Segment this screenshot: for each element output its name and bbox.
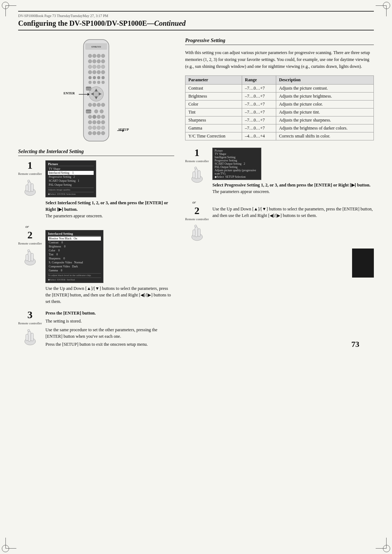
screen-item-interlaced: Interlaced Setting 1	[48, 171, 94, 175]
step2-screen-item-gamma: Gamma 0	[48, 268, 101, 272]
step2-remote-label: Remote controller	[18, 242, 42, 246]
screen-item-progressive: Progressive Setting 2	[48, 175, 94, 179]
svg-point-10	[101, 54, 105, 58]
parameter-table: Parameter Range Description Contrast–7…0…	[185, 75, 374, 140]
svg-point-9	[97, 54, 101, 58]
interlaced-step3: 3 Remote controller Press the [ENTER] bu…	[18, 310, 174, 348]
enter-label: ENTER	[64, 91, 75, 95]
table-cell-2: Corrects small shifts in color.	[276, 132, 373, 140]
table-cell-0: Gamma	[185, 124, 242, 132]
step1-hand-icon	[23, 178, 37, 196]
svg-point-41	[97, 103, 101, 107]
prog-screen-scart: SCART Output Setting 2	[215, 162, 259, 165]
step1-instruction: Select Interlaced Setting 1, 2, or 3, an…	[45, 200, 174, 213]
table-cell-0: Brightness	[185, 92, 242, 100]
step2-screen-item-sharpness: Sharpness 0	[48, 257, 101, 260]
step2-screen: Interlaced Setting Monitor Non Black On …	[45, 230, 103, 283]
svg-point-22	[101, 70, 105, 74]
svg-marker-1	[87, 93, 90, 96]
svg-point-32	[93, 91, 99, 97]
header-meta: DV-SP1000Book Page 73 ThursdayTuesdayMay…	[18, 14, 374, 18]
corner-mark-br	[376, 538, 387, 549]
step2-content: Interlaced Setting Monitor Non Black On …	[45, 230, 174, 305]
interlaced-step1: 1 Remote controller Picture	[18, 160, 174, 219]
interlaced-heading: Selecting the Interlaced Setting	[18, 149, 174, 156]
svg-point-16	[93, 65, 96, 69]
svg-text:ONKYO: ONKYO	[91, 45, 101, 48]
svg-point-82	[195, 167, 197, 169]
prog-step2-remote-label: Remote controller	[185, 217, 209, 221]
prog-screen-tvshape: TV Shape	[215, 152, 259, 156]
table-cell-1: –7…0…+7	[242, 84, 276, 92]
table-cell-2: Adjusts the picture sharpness.	[276, 116, 373, 124]
remote-illustration-area: ENTER SETUP	[18, 38, 174, 143]
table-cell-0: Tint	[185, 108, 242, 116]
svg-point-46	[100, 110, 103, 113]
right-column: Progressive Setting With this setting yo…	[185, 38, 374, 353]
svg-point-42	[101, 103, 105, 107]
svg-point-49	[97, 115, 101, 119]
svg-rect-76	[26, 334, 28, 341]
svg-point-15	[88, 65, 92, 69]
svg-rect-75	[31, 333, 33, 341]
table-cell-1: –7…0…+7	[242, 124, 276, 132]
page-title: Configuring the DV-SP1000/DV-SP1000E—Con…	[18, 19, 374, 30]
screen-title-1: Picture	[48, 162, 94, 166]
svg-point-11	[88, 59, 92, 63]
svg-point-51	[88, 120, 92, 124]
svg-point-48	[93, 115, 96, 119]
step2-hand-icon	[23, 248, 37, 266]
svg-point-54	[101, 120, 105, 124]
remote-svg: ONKYO	[78, 38, 114, 143]
table-header-parameter: Parameter	[185, 75, 242, 84]
prog-step2-number: 2	[195, 206, 200, 216]
svg-point-24	[93, 76, 96, 79]
step1-screen: Picture TV Shape Interlaced Setting 1 Pr…	[45, 160, 96, 197]
svg-point-25	[97, 76, 100, 79]
table-row: Brightness–7…0…+7Adjusts the picture bri…	[185, 92, 374, 100]
progressive-heading: Progressive Setting	[185, 38, 374, 45]
step2-screen-footer2: ◆Select ENTER Set/End	[48, 278, 101, 281]
svg-text:SETUP: SETUP	[86, 111, 91, 113]
step3-sub1: The setting is stored.	[45, 318, 174, 324]
svg-point-58	[101, 126, 105, 130]
interlaced-step2: 2 Remote controller Interlaced Setting M…	[18, 230, 174, 305]
prog-step1-remote-label: Remote controller	[185, 159, 209, 163]
svg-point-14	[101, 59, 105, 63]
svg-point-8	[93, 54, 96, 58]
prog-screen-footer1: Adjusts picture quality (progressive sca…	[215, 169, 259, 175]
prog-step1-screen: Picture TV Shape Intelligent Setting Pro…	[212, 148, 261, 180]
svg-rect-85	[198, 229, 200, 237]
step2-screen-title: Interlaced Setting	[48, 232, 101, 236]
screen-item-tvshape: TV Shape	[48, 167, 94, 171]
screen-item-scart: SCART Output Setting 1	[48, 179, 94, 183]
svg-point-77	[28, 329, 30, 332]
step2-screen-item-monblk: Monitor Non Black On	[48, 237, 101, 241]
table-cell-0: Color	[185, 100, 242, 108]
page-title-italic: —Continued	[147, 19, 186, 27]
prog-step2-hand-icon	[190, 223, 204, 241]
svg-point-72	[28, 250, 30, 252]
svg-point-59	[88, 131, 92, 135]
table-cell-1: –4…0…+4	[242, 132, 276, 140]
table-row: Color–7…0…+7Adjusts the picture color.	[185, 100, 374, 108]
prog-step2-content: Use the Up and Down [▲]/[▼] buttons to s…	[212, 206, 374, 219]
svg-point-60	[93, 131, 96, 135]
table-cell-1: –7…0…+7	[242, 108, 276, 116]
table-cell-2: Adjusts the picture tint.	[276, 108, 373, 116]
page-number: 73	[351, 340, 359, 349]
setup-arrow	[117, 128, 124, 133]
svg-point-53	[97, 120, 101, 124]
svg-rect-65	[31, 184, 33, 192]
prog-step1-content: Picture TV Shape Intelligent Setting Pro…	[212, 148, 374, 195]
svg-point-30	[102, 81, 105, 84]
svg-point-62	[101, 131, 105, 135]
table-row: Y/C Time Correction–4…0…+4Corrects small…	[185, 132, 374, 140]
svg-point-18	[101, 65, 105, 69]
step1-sub: The parameters appear onscreen.	[45, 213, 174, 219]
table-cell-2: Adjusts the picture contrast.	[276, 84, 373, 92]
svg-point-50	[101, 115, 105, 119]
screen-footer-1: Adjusts image quality.	[48, 188, 94, 191]
step1-number-col: 1 Remote controller	[18, 160, 42, 196]
svg-point-40	[93, 103, 96, 107]
